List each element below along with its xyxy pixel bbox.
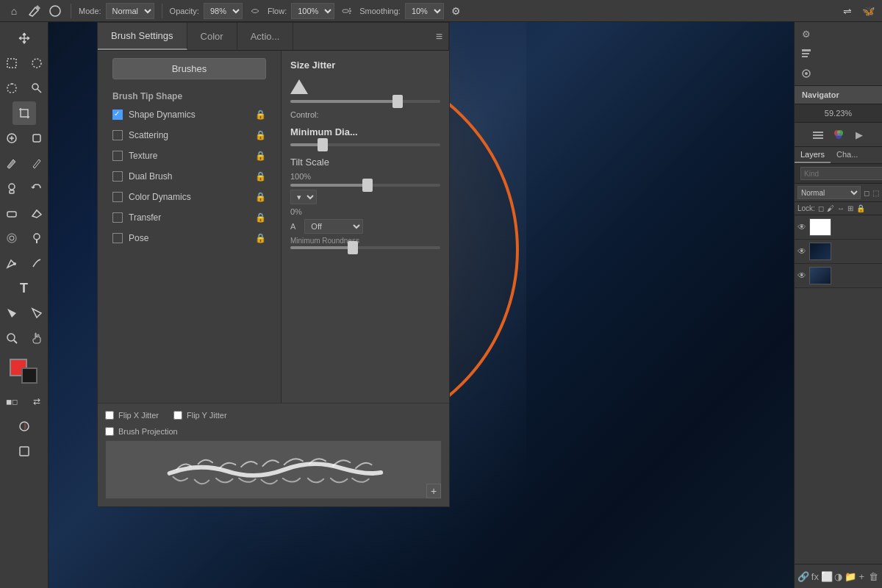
background-color[interactable] bbox=[21, 368, 37, 384]
marquee-ellipse-tool[interactable] bbox=[25, 51, 49, 75]
clone-stamp-tool[interactable] bbox=[0, 176, 24, 200]
brush-item-dual-brush[interactable]: Dual Brush 🔒 bbox=[98, 166, 281, 187]
brush-item-transfer[interactable]: Transfer 🔒 bbox=[98, 207, 281, 228]
lasso-tool[interactable] bbox=[0, 76, 24, 100]
pen-tool[interactable] bbox=[0, 251, 24, 275]
smoothing-options-icon[interactable]: ⚙ bbox=[448, 3, 465, 19]
flip-y-checkbox[interactable] bbox=[173, 411, 182, 420]
brush-options-icon[interactable] bbox=[47, 3, 63, 19]
brush-item-texture[interactable]: Texture 🔒 bbox=[98, 146, 281, 166]
size-jitter-slider[interactable] bbox=[290, 100, 440, 103]
brush-item-scattering[interactable]: Scattering 🔒 bbox=[98, 125, 281, 146]
switch-colors-icon[interactable]: ⇄ bbox=[25, 390, 49, 413]
tab-channels[interactable]: Cha... bbox=[831, 147, 864, 163]
checkbox-color-dynamics[interactable] bbox=[112, 192, 123, 202]
smoothing-select[interactable]: 10% bbox=[405, 3, 444, 19]
min-diameter-thumb[interactable] bbox=[318, 138, 328, 151]
brush-tool-icon[interactable] bbox=[26, 3, 43, 19]
brush-projection-checkbox[interactable] bbox=[105, 427, 114, 436]
brush-tool[interactable] bbox=[0, 151, 24, 175]
lock-all-icon[interactable]: 🔒 bbox=[856, 204, 865, 212]
marquee-rect-tool[interactable] bbox=[0, 51, 24, 75]
path-selection-tool[interactable] bbox=[0, 301, 24, 325]
brushes-button[interactable]: Brushes bbox=[112, 58, 266, 79]
direct-selection-tool[interactable] bbox=[25, 301, 49, 325]
brush-item-shape-dynamics[interactable]: Shape Dynamics 🔒 bbox=[98, 104, 281, 125]
checkbox-dual-brush[interactable] bbox=[112, 171, 123, 182]
pressure-opacity-icon[interactable] bbox=[247, 3, 263, 19]
lock-image-icon[interactable]: 🖌 bbox=[827, 204, 834, 212]
zoom-tool[interactable] bbox=[0, 326, 24, 350]
checkbox-scattering[interactable] bbox=[112, 130, 123, 140]
home-icon[interactable]: ⌂ bbox=[6, 3, 22, 19]
min-diameter-slider[interactable] bbox=[290, 143, 440, 146]
layer-blend-select[interactable]: Normal bbox=[797, 186, 861, 199]
link-layers-icon[interactable]: 🔗 bbox=[797, 567, 809, 585]
lock-position-icon[interactable]: ↔ bbox=[837, 204, 845, 212]
quick-select-tool[interactable] bbox=[25, 76, 49, 100]
min-roundness-slider[interactable] bbox=[290, 246, 440, 249]
tab-layers[interactable]: Layers bbox=[795, 147, 831, 163]
min-roundness-thumb[interactable] bbox=[348, 241, 358, 254]
freeform-pen-tool[interactable] bbox=[25, 251, 49, 275]
checkbox-transfer[interactable] bbox=[112, 212, 123, 223]
add-brush-preset-button[interactable]: + bbox=[426, 484, 441, 498]
magic-eraser-tool[interactable] bbox=[25, 201, 49, 225]
crop-tool[interactable] bbox=[12, 101, 36, 125]
new-layer-icon[interactable]: + bbox=[856, 567, 868, 585]
layer-item-2[interactable]: 👁 bbox=[795, 240, 882, 264]
history-brush-tool[interactable] bbox=[25, 176, 49, 200]
default-colors-icon[interactable]: ◼◻ bbox=[0, 390, 24, 413]
layers-search-input[interactable] bbox=[800, 167, 882, 180]
tilt-dropdown[interactable]: ▾ bbox=[290, 190, 317, 204]
brush-item-pose[interactable]: Pose 🔒 bbox=[98, 228, 281, 248]
mode-select[interactable]: Normal bbox=[106, 3, 154, 19]
extra-icon[interactable]: 🦋 bbox=[860, 3, 876, 19]
layer-item-1[interactable]: 👁 bbox=[795, 215, 882, 240]
delete-layer-icon[interactable]: 🗑 bbox=[867, 567, 879, 585]
add-mask-icon[interactable]: ⬜ bbox=[821, 567, 833, 585]
tilt-scale-thumb[interactable] bbox=[362, 179, 373, 192]
size-jitter-thumb[interactable] bbox=[392, 95, 403, 108]
quick-mask-icon[interactable] bbox=[12, 415, 36, 438]
brush-item-color-dynamics[interactable]: Color Dynamics 🔒 bbox=[98, 187, 281, 207]
off-select[interactable]: Off bbox=[304, 219, 363, 234]
play-action-icon[interactable]: ▶ bbox=[850, 126, 868, 143]
blur-tool[interactable] bbox=[0, 226, 24, 250]
hand-tool[interactable] bbox=[25, 326, 49, 350]
layer-item-3[interactable]: 👁 bbox=[795, 264, 882, 288]
eye-icon-2[interactable]: 👁 bbox=[797, 246, 806, 257]
tab-brush-settings[interactable]: Brush Settings bbox=[98, 23, 187, 50]
history-icon[interactable] bbox=[797, 45, 815, 62]
channels-panel-icon[interactable] bbox=[830, 126, 847, 143]
airbrush-icon[interactable] bbox=[339, 3, 355, 19]
tab-color[interactable]: Color bbox=[187, 23, 237, 50]
adjustment-layer-icon[interactable]: ◑ bbox=[833, 567, 845, 585]
type-tool[interactable]: T bbox=[12, 276, 36, 300]
flip-x-checkbox[interactable] bbox=[105, 411, 114, 420]
eraser-tool[interactable] bbox=[0, 201, 24, 225]
opacity-select[interactable]: 98% bbox=[204, 3, 243, 19]
tilt-scale-slider[interactable] bbox=[290, 184, 440, 187]
adjustments-icon[interactable] bbox=[797, 65, 815, 82]
lock-transparent-icon[interactable]: ◻ bbox=[818, 204, 824, 212]
patch-tool[interactable] bbox=[25, 126, 49, 150]
eye-icon-1[interactable]: 👁 bbox=[797, 222, 806, 232]
checkbox-pose[interactable] bbox=[112, 233, 123, 243]
layer-comps-icon[interactable] bbox=[809, 126, 827, 143]
navigator-settings-icon[interactable]: ⚙ bbox=[797, 25, 815, 43]
heal-tool[interactable] bbox=[0, 126, 24, 150]
flow-select[interactable]: 100% bbox=[291, 3, 334, 19]
screen-mode-icon[interactable] bbox=[12, 440, 36, 463]
move-tool[interactable] bbox=[12, 26, 36, 50]
tab-actions[interactable]: Actio... bbox=[237, 23, 294, 50]
eye-icon-3[interactable]: 👁 bbox=[797, 270, 806, 281]
checkbox-texture[interactable] bbox=[112, 151, 123, 161]
checkbox-shape-dynamics[interactable] bbox=[112, 110, 123, 120]
pencil-tool[interactable] bbox=[25, 151, 49, 175]
symmetry-icon[interactable]: ⇌ bbox=[839, 3, 856, 19]
add-style-icon[interactable]: fx bbox=[809, 567, 821, 585]
lock-artboard-icon[interactable]: ⊞ bbox=[847, 204, 853, 212]
dodge-tool[interactable] bbox=[25, 226, 49, 250]
new-group-icon[interactable]: 📁 bbox=[845, 567, 856, 585]
